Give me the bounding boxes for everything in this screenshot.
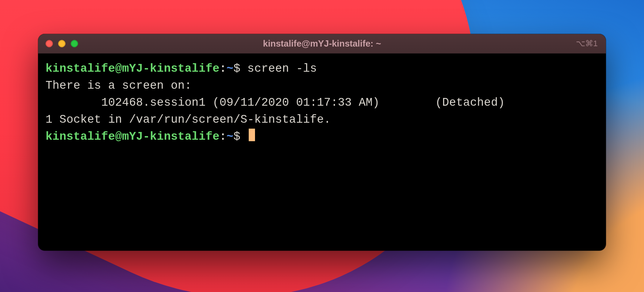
command-input: screen -ls: [247, 62, 317, 75]
prompt-symbol: $: [234, 130, 241, 143]
prompt-path: ~: [227, 62, 234, 75]
prompt-path: ~: [227, 130, 234, 143]
minimize-icon[interactable]: [58, 40, 66, 47]
cursor-icon: [249, 129, 255, 141]
prompt-user-host: kinstalife@mYJ-kinstalife: [46, 130, 219, 143]
shortcut-label: ⌥⌘1: [576, 39, 598, 48]
terminal-window[interactable]: kinstalife@mYJ-kinstalife: ~ ⌥⌘1 kinstal…: [38, 34, 606, 251]
prompt-separator: :: [219, 62, 227, 75]
output-line-header: There is a screen on:: [46, 79, 192, 92]
titlebar-shortcut-hint: ⌥⌘1: [576, 39, 598, 48]
output-line-session: 102468.session1 (09/11/2020 01:17:33 AM)…: [46, 96, 505, 109]
output-line-socket: 1 Socket in /var/run/screen/S-kinstalife…: [46, 113, 331, 126]
close-icon[interactable]: [46, 40, 53, 47]
titlebar[interactable]: kinstalife@mYJ-kinstalife: ~ ⌥⌘1: [38, 34, 606, 54]
prompt-separator: :: [219, 130, 227, 143]
prompt-symbol: $: [234, 62, 241, 75]
prompt-user-host: kinstalife@mYJ-kinstalife: [46, 62, 219, 75]
window-title: kinstalife@mYJ-kinstalife: ~: [38, 38, 606, 49]
maximize-icon[interactable]: [71, 40, 78, 47]
window-controls: [46, 40, 78, 47]
terminal-body[interactable]: kinstalife@mYJ-kinstalife:~$ screen -ls …: [38, 54, 606, 145]
